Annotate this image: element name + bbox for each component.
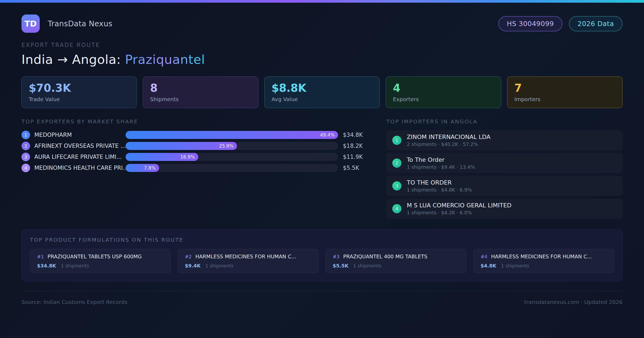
exporter-row[interactable]: 1 MEDOPHARM 49.4% $34.8K	[21, 131, 367, 139]
exporter-row[interactable]: 3 AURA LIFECARE PRIVATE LIMI... 16.9% $1…	[21, 153, 367, 161]
formulation-rank: #1	[37, 254, 44, 259]
exporter-row[interactable]: 4 MEDINOMICS HEALTH CARE PRI... 7.8% $5.…	[21, 164, 367, 172]
formulation-value: $5.5K	[333, 263, 348, 269]
stat-cards-row: $70.3K Trade Value 8 Shipments $8.8K Avg…	[21, 76, 623, 108]
formulation-rank: #2	[185, 254, 192, 259]
formulation-card[interactable]: #4 HARMLESS MEDICINES FOR HUMAN C... $4.…	[473, 249, 614, 273]
market-share-bar-fill: 7.8%	[126, 164, 159, 172]
stat-card-exporters: 4 Exporters	[386, 76, 501, 108]
rank-badge: 2	[392, 159, 401, 168]
formulation-name: HARMLESS MEDICINES FOR HUMAN C...	[195, 254, 296, 259]
formulation-shipments: 1 shipments	[205, 263, 233, 269]
stat-value: $70.3K	[29, 82, 130, 94]
stat-card-importers: 7 Importers	[507, 76, 623, 108]
stat-label: Avg Value	[272, 96, 372, 102]
stat-label: Trade Value	[29, 96, 130, 102]
importer-meta: 2 shipments · $40.2K · 57.2%	[407, 141, 491, 147]
exporter-value: $11.9K	[343, 154, 367, 160]
title-product: Praziquantel	[125, 52, 205, 67]
market-share-bar-track: 25.9%	[126, 142, 338, 150]
rank-badge: 1	[21, 131, 30, 139]
importer-meta: 1 shipments · $4.2K · 6.0%	[407, 210, 511, 215]
main-columns: TOP EXPORTERS BY MARKET SHARE 1 MEDOPHAR…	[21, 118, 623, 221]
formulation-value: $34.8K	[37, 263, 56, 269]
importer-name: ZINOM INTERNACIONAL LDA	[407, 134, 491, 140]
rank-badge: 3	[21, 153, 30, 161]
formulation-card[interactable]: #2 HARMLESS MEDICINES FOR HUMAN C... $9.…	[178, 249, 319, 273]
importer-card[interactable]: 2 To The Order 1 shipments · $9.4K · 13.…	[386, 153, 623, 173]
exporter-row[interactable]: 2 AFRINEXT OVERSEAS PRIVATE ... 25.9% $1…	[21, 142, 367, 150]
rank-badge: 4	[392, 204, 401, 213]
exporter-name: AFRINEXT OVERSEAS PRIVATE ...	[34, 143, 126, 149]
importer-meta: 1 shipments · $9.4K · 13.4%	[407, 164, 475, 170]
exporter-value: $5.5K	[343, 165, 367, 171]
rank-badge: 2	[21, 142, 30, 150]
formulation-value: $4.8K	[481, 263, 496, 269]
formulation-shipments: 1 shipments	[61, 263, 89, 269]
exporter-name: MEDINOMICS HEALTH CARE PRI...	[34, 165, 126, 171]
market-share-bar-track: 49.4%	[126, 131, 338, 139]
stat-value: 4	[393, 82, 494, 94]
formulations-panel: TOP PRODUCT FORMULATIONS ON THIS ROUTE #…	[21, 229, 623, 281]
formulation-shipments: 1 shipments	[501, 263, 529, 269]
market-share-bar-fill: 49.4%	[126, 131, 338, 139]
importer-name: TO THE ORDER	[407, 179, 472, 186]
importer-card[interactable]: 1 ZINOM INTERNACIONAL LDA 2 shipments · …	[386, 130, 623, 150]
importer-name: M S LUA COMERCIO GERAL LIMITED	[407, 202, 511, 209]
importer-name: To The Order	[407, 156, 475, 163]
exporter-name: MEDOPHARM	[34, 132, 126, 138]
app-logo: TD	[21, 14, 40, 33]
formulations-heading: TOP PRODUCT FORMULATIONS ON THIS ROUTE	[30, 237, 614, 243]
exporter-name: AURA LIFECARE PRIVATE LIMI...	[34, 154, 126, 160]
page-title: India → Angola: Praziquantel	[21, 52, 623, 67]
share-percent-label: 25.9%	[219, 143, 233, 149]
footer-source: Source: Indian Customs Export Records	[21, 299, 127, 305]
rank-badge: 3	[392, 181, 401, 190]
exporters-section: TOP EXPORTERS BY MARKET SHARE 1 MEDOPHAR…	[21, 118, 367, 175]
exporters-list: 1 MEDOPHARM 49.4% $34.8K 2 AFRINEXT OVER…	[21, 131, 367, 172]
rank-badge: 4	[21, 164, 30, 172]
top-accent-bar	[0, 0, 644, 3]
market-share-bar-fill: 25.9%	[126, 142, 237, 150]
stat-value: $8.8K	[272, 82, 372, 94]
formulation-shipments: 1 shipments	[353, 263, 381, 269]
stat-value: 7	[514, 82, 615, 94]
market-share-bar-track: 16.9%	[126, 153, 338, 161]
formulation-rank: #3	[333, 254, 339, 259]
brand: TD TransData Nexus	[21, 14, 112, 33]
importer-card[interactable]: 3 TO THE ORDER 1 shipments · $4.8K · 6.9…	[386, 176, 623, 196]
importers-section: TOP IMPORTERS IN ANGOLA 1 ZINOM INTERNAC…	[386, 118, 623, 221]
header-badges: HS 30049099 2026 Data	[498, 16, 623, 31]
importers-list: 1 ZINOM INTERNACIONAL LDA 2 shipments · …	[386, 130, 623, 219]
route-eyebrow: EXPORT TRADE ROUTE	[21, 42, 623, 48]
stat-value: 8	[150, 82, 251, 94]
formulation-name: PRAZIQUANTEL 400 MG TABLETS	[343, 254, 427, 259]
stat-label: Importers	[514, 96, 615, 102]
market-share-bar-track: 7.8%	[126, 164, 338, 172]
exporters-heading: TOP EXPORTERS BY MARKET SHARE	[21, 118, 367, 125]
formulation-name: HARMLESS MEDICINES FOR HUMAN C...	[491, 254, 592, 259]
page-container: TD TransData Nexus HS 30049099 2026 Data…	[0, 14, 644, 305]
share-percent-label: 7.8%	[144, 165, 156, 171]
stat-label: Shipments	[150, 96, 251, 102]
importer-meta: 1 shipments · $4.8K · 6.9%	[407, 187, 472, 193]
share-percent-label: 49.4%	[320, 132, 335, 138]
formulation-name: PRAZIQUANTEL TABLETS USP 600MG	[47, 254, 142, 259]
share-percent-label: 16.9%	[180, 154, 195, 160]
stat-card-shipments: 8 Shipments	[143, 76, 258, 108]
formulation-card[interactable]: #1 PRAZIQUANTEL TABLETS USP 600MG $34.8K…	[30, 249, 171, 273]
rank-badge: 1	[392, 136, 401, 145]
importer-card[interactable]: 4 M S LUA COMERCIO GERAL LIMITED 1 shipm…	[386, 199, 623, 219]
header: TD TransData Nexus HS 30049099 2026 Data	[21, 14, 623, 33]
year-data-badge[interactable]: 2026 Data	[569, 16, 623, 31]
exporter-value: $34.8K	[343, 132, 367, 138]
stat-card-avg-value: $8.8K Avg Value	[264, 76, 380, 108]
stat-label: Exporters	[393, 96, 494, 102]
footer: Source: Indian Customs Export Records tr…	[21, 291, 623, 305]
formulations-list: #1 PRAZIQUANTEL TABLETS USP 600MG $34.8K…	[30, 249, 614, 273]
footer-site: transdatanexus.com · Updated 2026	[524, 299, 623, 305]
hs-code-badge[interactable]: HS 30049099	[498, 16, 562, 31]
stat-card-trade-value: $70.3K Trade Value	[21, 76, 137, 108]
formulation-value: $9.4K	[185, 263, 200, 269]
formulation-card[interactable]: #3 PRAZIQUANTEL 400 MG TABLETS $5.5K 1 s…	[325, 249, 466, 273]
